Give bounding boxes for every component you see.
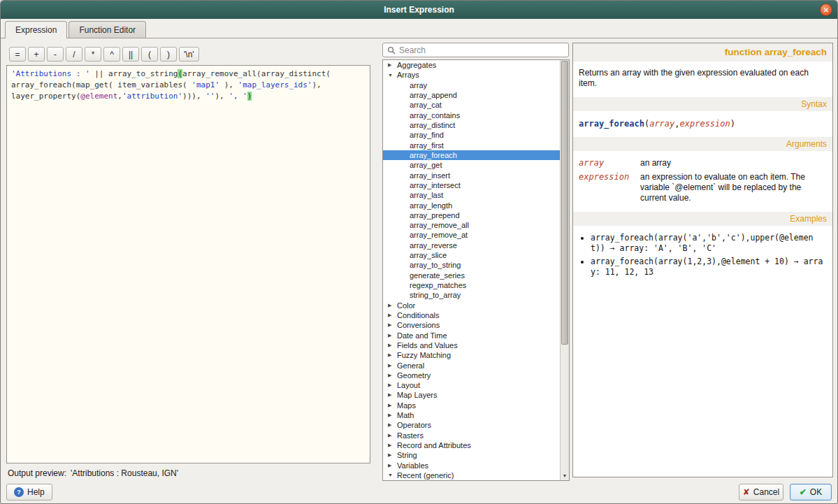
tree-item-array-find[interactable]: array_find	[383, 130, 560, 140]
expand-arrow-icon[interactable]: ▶	[388, 333, 397, 338]
insert-expression-dialog: Insert Expression ✕ Expression Function …	[0, 0, 838, 504]
tree-item-geometry[interactable]: ▶Geometry	[383, 370, 560, 380]
tree-item-fuzzy-matching[interactable]: ▶Fuzzy Matching	[383, 350, 560, 360]
expand-arrow-icon[interactable]: ▶	[388, 433, 397, 438]
tree-item-array-remove-at[interactable]: array_remove_at	[383, 230, 560, 240]
tree-item-date-and-time[interactable]: ▶Date and Time	[383, 330, 560, 340]
operator-button-symbol[interactable]: (	[141, 47, 158, 62]
expression-line: layer_property(@element,'attribution')))…	[11, 91, 366, 102]
expand-arrow-icon[interactable]: ▶	[388, 322, 397, 328]
tree-item-array-foreach[interactable]: array_foreach	[383, 150, 560, 160]
expression-token: ),	[312, 80, 322, 89]
tree-item-record-and-attributes[interactable]: ▶Record and Attributes	[383, 440, 560, 450]
tree-item-aggregates[interactable]: ▶Aggregates	[383, 60, 560, 70]
tree-item-regexp-matches[interactable]: regexp_matches	[383, 280, 560, 290]
close-icon[interactable]: ✕	[820, 3, 832, 16]
tree-item-generate-series[interactable]: generate_series	[383, 271, 560, 280]
expand-arrow-icon[interactable]: ▶	[388, 312, 397, 318]
expand-arrow-icon[interactable]: ▶	[388, 352, 397, 358]
tree-item-label: array_get	[410, 161, 442, 169]
tree-item-array-append[interactable]: array_append	[383, 90, 560, 100]
tree-item-array-cat[interactable]: array_cat	[383, 100, 560, 110]
operator-button-symbol[interactable]: /	[66, 47, 82, 62]
tree-item-operators[interactable]: ▶Operators	[383, 420, 560, 430]
search-input[interactable]	[399, 45, 564, 55]
window-title: Insert Expression	[384, 5, 454, 15]
expression-token: 'map_layers_ids'	[238, 80, 312, 89]
tree-item-array-intersect[interactable]: array_intersect	[383, 180, 560, 190]
operator-button-symbol[interactable]: =	[9, 47, 26, 62]
tree-item-color[interactable]: ▶Color	[383, 301, 560, 310]
tree-item-conditionals[interactable]: ▶Conditionals	[383, 310, 560, 320]
expand-arrow-icon[interactable]: ▶	[388, 403, 397, 408]
expand-arrow-icon[interactable]: ▶	[388, 442, 397, 448]
tree-item-recent-generic[interactable]: ▼Recent (generic)	[383, 470, 560, 480]
tree-item-conversions[interactable]: ▶Conversions	[383, 320, 560, 330]
tree-item-maps[interactable]: ▶Maps	[383, 401, 560, 410]
expand-arrow-icon[interactable]: ▶	[388, 422, 397, 428]
expand-arrow-icon[interactable]: ▶	[388, 382, 397, 388]
operator-button-symbol[interactable]: ^	[103, 47, 120, 62]
tree-item-array-last[interactable]: array_last	[383, 190, 560, 200]
tree-scrollbar[interactable]: ▼	[560, 60, 569, 480]
tree-item-label: array_foreach	[410, 151, 457, 159]
tree-item-array-contains[interactable]: array_contains	[383, 110, 560, 120]
tree-item-general[interactable]: ▶General	[383, 360, 560, 370]
tree-item-fields-and-values[interactable]: ▶Fields and Values	[383, 340, 560, 350]
tree-item-string-to-array[interactable]: string_to_array	[383, 290, 560, 300]
scroll-down-arrow-icon[interactable]: ▼	[561, 471, 569, 480]
tree-item-label: Fuzzy Matching	[397, 351, 451, 359]
tree-item-map-layers[interactable]: ▶Map Layers	[383, 390, 560, 400]
expand-arrow-icon[interactable]: ▶	[388, 452, 397, 458]
expression-editor[interactable]: 'Attributions : ' || array_to_string(arr…	[6, 65, 370, 463]
expand-arrow-icon[interactable]: ▶	[388, 412, 397, 418]
operator-button-symbol[interactable]: +	[28, 47, 45, 62]
expand-arrow-icon[interactable]: ▶	[388, 62, 397, 68]
expand-arrow-icon[interactable]: ▶	[388, 343, 397, 348]
tree-item-array-remove-all[interactable]: array_remove_all	[383, 220, 560, 230]
expression-token: ,	[117, 92, 122, 101]
titlebar: Insert Expression ✕	[1, 1, 837, 19]
tree-item-array-prepend[interactable]: array_prepend	[383, 210, 560, 220]
expand-arrow-icon[interactable]: ▶	[388, 463, 397, 468]
output-preview: Output preview:'Attributions : Rousteau,…	[8, 468, 178, 478]
tree-item-math[interactable]: ▶Math	[383, 410, 560, 420]
tab-function-editor[interactable]: Function Editor	[68, 21, 146, 38]
collapse-arrow-icon[interactable]: ▼	[388, 73, 397, 78]
tree-item-layout[interactable]: ▶Layout	[383, 380, 560, 390]
operator-button-n[interactable]: '\n'	[179, 47, 199, 62]
tree-item-array-distinct[interactable]: array_distinct	[383, 120, 560, 130]
tree-item-label: array_last	[410, 191, 443, 199]
tree-item-array-get[interactable]: array_get	[383, 160, 560, 170]
cancel-icon: ✘	[743, 487, 750, 497]
expand-arrow-icon[interactable]: ▶	[388, 373, 397, 378]
tree-item-array[interactable]: array	[383, 80, 560, 90]
operator-button-symbol[interactable]: *	[85, 47, 101, 62]
ok-button[interactable]: ✔ OK	[790, 484, 832, 501]
tree-item-array-insert[interactable]: array_insert	[383, 170, 560, 180]
tree-item-rasters[interactable]: ▶Rasters	[383, 431, 560, 440]
tab-expression[interactable]: Expression	[5, 21, 67, 38]
expand-arrow-icon[interactable]: ▶	[388, 303, 397, 308]
expand-arrow-icon[interactable]: ▶	[388, 392, 397, 398]
tree-item-array-slice[interactable]: array_slice	[383, 250, 560, 260]
scrollbar-thumb[interactable]	[561, 61, 568, 345]
cancel-button[interactable]: ✘ Cancel	[739, 484, 783, 501]
tree-item-label: Fields and Values	[397, 341, 458, 350]
tree-item-arrays[interactable]: ▼Arrays	[383, 70, 560, 80]
tree-item-array-reverse[interactable]: array_reverse	[383, 240, 560, 250]
tree-item-string[interactable]: ▶String	[383, 450, 560, 460]
operator-button-symbol[interactable]: )	[160, 47, 177, 62]
help-title: function array_foreach	[573, 43, 832, 62]
tree-item-array-length[interactable]: array_length	[383, 200, 560, 210]
tree-item-label: Map Layers	[397, 391, 437, 399]
operator-button-symbol[interactable]: -	[47, 47, 64, 62]
collapse-arrow-icon[interactable]: ▼	[388, 473, 397, 477]
help-button[interactable]: ? Help	[6, 484, 52, 501]
tree-item-label: array_length	[410, 201, 452, 210]
operator-button-symbol[interactable]: ||	[122, 47, 139, 62]
expand-arrow-icon[interactable]: ▶	[388, 363, 397, 368]
tree-item-variables[interactable]: ▶Variables	[383, 461, 560, 470]
tree-item-array-to-string[interactable]: array_to_string	[383, 260, 560, 270]
tree-item-array-first[interactable]: array_first	[383, 141, 560, 150]
